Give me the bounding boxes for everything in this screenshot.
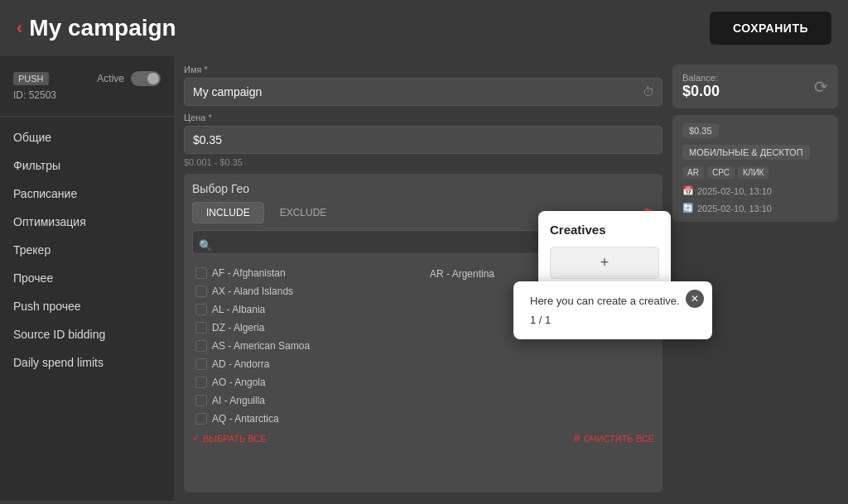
list-item[interactable]: AL - Albania <box>192 300 420 319</box>
price-hint: $0.001 - $0.35 <box>184 157 662 167</box>
name-label: Имя * <box>184 65 662 74</box>
list-item[interactable]: DZ - Algeria <box>192 319 420 337</box>
tag-klik: КЛИК <box>738 166 768 179</box>
sidebar-item-raspisanie[interactable]: Расписание <box>0 180 174 208</box>
list-item[interactable]: AD - Andorra <box>192 355 420 373</box>
sidebar-item-prochee[interactable]: Прочее <box>0 264 174 292</box>
geo-checkbox-as[interactable] <box>195 340 207 352</box>
name-field-group: Имя * ⏱ <box>184 65 662 106</box>
geo-checkbox-aq[interactable] <box>195 413 207 425</box>
page-title: My campaign <box>29 15 176 41</box>
tag-ar: AR <box>682 166 704 179</box>
price-input-wrapper <box>184 126 662 154</box>
active-toggle-group: Active <box>97 71 161 86</box>
creatives-add-button[interactable]: + <box>550 247 659 279</box>
balance-label: Balance: <box>682 73 720 83</box>
geo-checkbox-ad[interactable] <box>195 358 207 370</box>
tag-cpc: CPC <box>707 166 735 179</box>
balance-amount: $0.00 <box>682 83 720 100</box>
save-button[interactable]: СОХРАНИТЬ <box>710 12 831 45</box>
list-item[interactable]: AX - Aland Islands <box>192 282 420 300</box>
geo-checkbox-dz[interactable] <box>195 322 207 334</box>
info-card: $0.35 МОБИЛЬНЫЕ & ДЕСКТОП AR CPC КЛИК 📅 … <box>672 115 838 222</box>
name-input-wrapper: ⏱ <box>184 78 662 106</box>
balance-refresh-icon[interactable]: ⟳ <box>814 77 828 97</box>
geo-actions: ✓ ВЫБРАТЬ ВСЕ ⊗ ОЧИСТИТЬ ВСЕ <box>192 433 654 444</box>
sidebar-item-filtry[interactable]: Фильтры <box>0 151 174 180</box>
creatives-popup: Creatives + <box>538 211 671 290</box>
content-area: Имя * ⏱ Цена * $0.001 - $0.35 Выбор Гео <box>174 56 848 501</box>
geo-tab-group: INCLUDE EXCLUDE <box>192 202 340 223</box>
list-item[interactable]: AO - Angola <box>192 373 420 391</box>
list-item[interactable]: AS - American Samoa <box>192 337 420 355</box>
list-item[interactable]: AI - Anguilla <box>192 391 420 410</box>
tab-exclude[interactable]: EXCLUDE <box>266 202 341 223</box>
creatives-popup-title: Creatives <box>550 223 659 237</box>
name-input-icon: ⏱ <box>643 85 654 98</box>
sidebar-push-info: PUSH Active ID: 52503 <box>0 65 174 113</box>
price-label: Цена * <box>184 113 662 122</box>
push-badge: PUSH <box>13 72 49 85</box>
sidebar-divider <box>0 116 174 117</box>
clear-all-button[interactable]: ⊗ ОЧИСТИТЬ ВСЕ <box>573 433 654 444</box>
balance-card: Balance: $0.00 ⟳ <box>672 65 838 108</box>
info-date1: 📅 2025-02-10, 13:10 <box>682 185 828 196</box>
price-field-group: Цена * $0.001 - $0.35 <box>184 113 662 167</box>
active-label: Active <box>97 73 124 84</box>
sidebar: PUSH Active ID: 52503 Общие Фильтры Расп… <box>0 56 174 501</box>
balance-info: Balance: $0.00 <box>682 73 720 100</box>
platform-badge: МОБИЛЬНЫЕ & ДЕСКТОП <box>682 145 810 160</box>
price-info-badge: $0.35 <box>682 123 719 138</box>
info-tags: AR CPC КЛИК <box>682 166 828 179</box>
geo-list-left: AF - Afghanistan AX - Aland Islands AL -… <box>192 264 420 430</box>
sidebar-item-source-id[interactable]: Source ID bidding <box>0 320 174 348</box>
geo-checkbox-al[interactable] <box>195 304 207 315</box>
right-panel: Balance: $0.00 ⟳ $0.35 МОБИЛЬНЫЕ & ДЕСКТ… <box>672 65 838 492</box>
back-button[interactable]: ‹ <box>17 17 22 39</box>
header: ‹ My campaign СОХРАНИТЬ <box>0 0 848 56</box>
select-all-button[interactable]: ✓ ВЫБРАТЬ ВСЕ <box>192 433 267 444</box>
geo-title: Выбор Гео <box>192 182 654 195</box>
active-toggle-switch[interactable] <box>131 71 161 86</box>
calendar-icon: 📅 <box>682 185 694 196</box>
list-item[interactable]: AF - Afghanistan <box>192 264 420 282</box>
sidebar-item-obshie[interactable]: Общие <box>0 123 174 151</box>
geo-checkbox-ax[interactable] <box>195 286 207 297</box>
info-date2: 🔄 2025-02-10, 13:10 <box>682 203 828 214</box>
tooltip-popup: ✕ Here you can create a creative. 1 / 1 <box>513 281 712 339</box>
tab-include[interactable]: INCLUDE <box>192 202 264 223</box>
geo-checkbox-ao[interactable] <box>195 377 207 388</box>
price-input[interactable] <box>184 126 662 154</box>
tooltip-close-button[interactable]: ✕ <box>686 290 704 308</box>
date2-text: 2025-02-10, 13:10 <box>697 204 772 214</box>
geo-checkbox-af[interactable] <box>195 267 207 279</box>
sidebar-item-daily-spend[interactable]: Daily spend limits <box>0 348 174 377</box>
tooltip-pagination: 1 / 1 <box>530 314 696 326</box>
list-item[interactable]: AQ - Antarctica <box>192 410 420 428</box>
refresh-icon: 🔄 <box>682 203 694 214</box>
list-item[interactable]: AG - Antigua and Barbuda <box>192 428 420 430</box>
sidebar-item-treker[interactable]: Трекер <box>0 236 174 264</box>
sidebar-item-push-prochee[interactable]: Push прочее <box>0 292 174 320</box>
tooltip-text: Here you can create a creative. <box>530 295 696 307</box>
date1-text: 2025-02-10, 13:10 <box>697 186 772 196</box>
page-title-group: ‹ My campaign <box>17 15 176 41</box>
geo-checkbox-ai[interactable] <box>195 395 207 406</box>
sidebar-item-optimizacia[interactable]: Оптимизация <box>0 208 174 236</box>
campaign-id: ID: 52503 <box>13 89 161 101</box>
main-layout: PUSH Active ID: 52503 Общие Фильтры Расп… <box>0 56 848 501</box>
name-input[interactable] <box>184 78 662 106</box>
search-icon: 🔍 <box>199 238 212 251</box>
